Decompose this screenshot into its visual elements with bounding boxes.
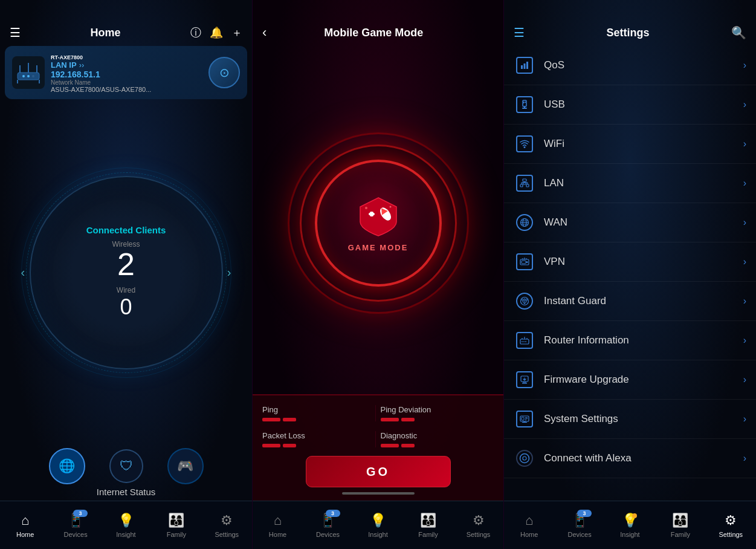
tab-home[interactable]: ⌂ Home	[7, 512, 44, 538]
svg-rect-25	[520, 184, 523, 187]
internet-icon-btn[interactable]: 🌐	[49, 448, 85, 484]
vpn-icon	[516, 253, 533, 270]
guard-label: Instant Guard	[544, 295, 743, 307]
alexa-icon	[516, 450, 533, 467]
settings-item-wan[interactable]: WAN ›	[504, 203, 756, 242]
wifi-label: WiFi	[544, 138, 743, 150]
search-icon[interactable]: 🔍	[731, 25, 746, 40]
insight-label-settings: Insight	[620, 531, 639, 538]
home-label-game: Home	[269, 531, 286, 538]
qos-chevron: ›	[743, 60, 746, 71]
wan-chevron: ›	[743, 217, 746, 228]
settings-item-vpn[interactable]: VPN ›	[504, 242, 756, 282]
wifi-icon-game: 📶	[473, 6, 481, 14]
back-btn[interactable]: ‹	[262, 25, 267, 41]
settings-tab-bar: ⌂ Home 📱 Devices 💡 Insight 👨‍👩‍👦 Family …	[504, 501, 756, 549]
qos-svg	[520, 60, 529, 70]
ping-dev-bars	[381, 418, 494, 421]
shield-icon-btn[interactable]: 🛡	[109, 449, 143, 483]
tab-family-settings[interactable]: 👨‍👩‍👦 Family	[662, 512, 699, 538]
battery-settings: 95	[736, 6, 748, 14]
settings-item-wifi[interactable]: WiFi ›	[504, 125, 756, 164]
tab-insight[interactable]: 💡 Insight	[108, 512, 144, 538]
home-tab-bar: ⌂ Home 📱 Devices 💡 Insight 👨‍👩‍👦 Family …	[0, 501, 252, 549]
router-info-icon	[516, 332, 533, 349]
wifi-chevron: ›	[743, 138, 746, 149]
router-info: RT-AXE7800 LAN IP ›› 192.168.51.1 Networ…	[51, 52, 202, 93]
game-mid-ring: GAME MODE	[300, 145, 457, 302]
home-header: ☰ Home ⓘ 🔔 ＋	[0, 19, 252, 46]
firmware-icon-box	[514, 369, 535, 391]
tab-settings-game[interactable]: ⚙ Settings	[460, 512, 497, 538]
family-icon-settings: 👨‍👩‍👦	[672, 512, 689, 529]
lan-icon-box	[514, 172, 535, 194]
add-icon[interactable]: ＋	[231, 25, 242, 40]
wifi-svg	[520, 139, 529, 149]
packet-loss-bars	[262, 444, 370, 447]
tab-devices[interactable]: 📱 Devices	[57, 512, 94, 538]
game-metrics: Ping Ping Deviation Packet Loss	[262, 405, 494, 447]
status-bar-settings: 16:39 ▪▪▪ 📶 95	[504, 0, 756, 19]
settings-item-qos[interactable]: QoS ›	[504, 46, 756, 85]
bell-icon[interactable]: 🔔	[210, 26, 223, 39]
tab-home-game[interactable]: ⌂ Home	[260, 512, 296, 538]
gauge-left-arrow[interactable]: ‹	[21, 265, 25, 279]
vpn-icon-box	[514, 251, 535, 273]
tab-devices-settings[interactable]: 📱 Devices	[561, 512, 598, 538]
packet-bar2	[283, 444, 296, 447]
system-svg	[520, 414, 529, 424]
settings-menu-icon[interactable]: ☰	[514, 25, 525, 40]
devices-label-game: Devices	[316, 531, 340, 538]
packet-loss-label: Packet Loss	[262, 431, 370, 440]
settings-icon-game: ⚙	[470, 512, 487, 529]
alexa-label: Connect with Alexa	[544, 452, 743, 464]
status-icons-game: ▪▪▪ 📶 95	[463, 6, 495, 14]
go-btn[interactable]: GO	[306, 456, 451, 487]
svg-point-40	[526, 261, 528, 263]
guard-icon	[516, 293, 533, 310]
tab-family[interactable]: 👨‍👩‍👦 Family	[158, 512, 195, 538]
ping-bars	[262, 418, 370, 421]
tab-insight-game[interactable]: 💡 Insight	[360, 512, 396, 538]
speedometer-btn[interactable]: ⊙	[208, 57, 240, 88]
settings-item-alexa[interactable]: Connect with Alexa ›	[504, 439, 756, 478]
settings-item-instant-guard[interactable]: Instant Guard ›	[504, 282, 756, 321]
tab-settings-active[interactable]: ⚙ Settings	[712, 512, 749, 538]
guard-icon-box	[514, 290, 535, 312]
alexa-icon-box	[514, 447, 535, 469]
family-label-game: Family	[418, 531, 438, 538]
hamburger-icon[interactable]: ☰	[10, 25, 21, 40]
system-label: System Settings	[544, 413, 743, 425]
settings-label-active: Settings	[719, 531, 743, 538]
gauge-right-arrow[interactable]: ›	[227, 265, 231, 279]
network-label: Network Name	[51, 79, 202, 86]
settings-item-lan[interactable]: LAN ›	[504, 164, 756, 203]
tab-insight-settings[interactable]: 💡 Insight	[612, 512, 648, 538]
packet-bar1	[262, 444, 280, 447]
ping-dev-bar2	[401, 418, 415, 421]
svg-rect-55	[523, 382, 526, 383]
settings-item-router-info[interactable]: Router Information ›	[504, 321, 756, 360]
router-card[interactable]: RT-AXE7800 LAN IP ›› 192.168.51.1 Networ…	[5, 46, 247, 99]
lan-icon	[516, 175, 533, 192]
tab-devices-game[interactable]: 📱 Devices	[310, 512, 346, 538]
tab-home-settings[interactable]: ⌂ Home	[511, 512, 548, 538]
wifi-icon-settings: 📶	[725, 6, 734, 14]
info-icon[interactable]: ⓘ	[190, 25, 201, 40]
game-mode-text: GAME MODE	[348, 243, 409, 252]
status-time-home: 16:39	[8, 4, 38, 16]
svg-point-23	[524, 146, 526, 148]
tab-family-game[interactable]: 👨‍👩‍👦 Family	[410, 512, 447, 538]
tab-settings[interactable]: ⚙ Settings	[208, 512, 245, 538]
settings-item-firmware[interactable]: Firmware Upgrade ›	[504, 360, 756, 400]
metric-ping: Ping	[262, 405, 376, 421]
battery-home: 95	[232, 6, 244, 14]
home-bottom-icons: 🌐 🛡 🎮	[0, 442, 252, 487]
svg-rect-21	[523, 102, 525, 103]
game-title: Mobile Game Mode	[274, 27, 473, 39]
insight-label-game: Insight	[368, 531, 387, 538]
settings-item-system[interactable]: System Settings ›	[504, 400, 756, 439]
settings-item-usb[interactable]: USB ›	[504, 85, 756, 125]
game-icon-btn[interactable]: 🎮	[167, 448, 204, 484]
gauge-circle: ‹ Connected Clients Wireless 2 Wired 0 ›	[30, 176, 223, 369]
